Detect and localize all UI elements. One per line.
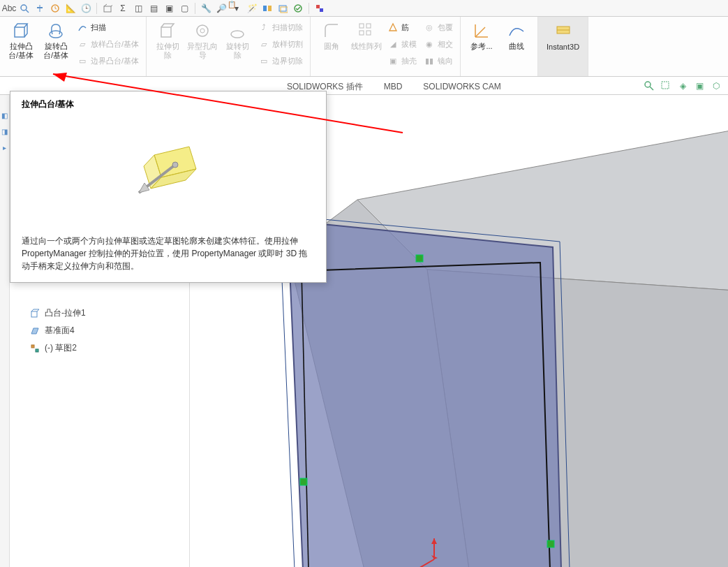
sweep-cut-button[interactable]: ⤴ 扫描切除 <box>255 20 306 35</box>
boundary-boss-button[interactable]: ▭ 边界凸台/基体 <box>74 53 142 68</box>
shell-button[interactable]: ▣ 抽壳 <box>385 53 419 68</box>
tooltip-body: 通过向一个或两个方向拉伸草图或选定草图轮廓来创建实体特征。使用拉伸 Proper… <box>10 232 326 282</box>
sweep-label: 扫描 <box>91 22 106 33</box>
qat-icon[interactable]: ▢ <box>178 2 191 15</box>
qat-icon[interactable] <box>261 2 274 15</box>
revolve-cut-label: 旋转切 除 <box>226 42 249 60</box>
mirror-label: 镜向 <box>438 56 453 66</box>
ribbon-group-features: 圆角 线性阵列 筋 ◢ 拔模 ▣ 抽壳 ◎ 包覆 <box>311 17 461 76</box>
boundary-cut-button[interactable]: ▭ 边界切除 <box>255 53 306 68</box>
extrude-boss-icon <box>11 21 31 40</box>
tree-item-label: 凸台-拉伸1 <box>45 307 86 319</box>
linear-pattern-button[interactable]: 线性阵列 <box>350 18 383 74</box>
qat-icon[interactable]: ▤ <box>147 2 160 15</box>
svg-point-0 <box>21 5 27 10</box>
qat-icon[interactable] <box>276 2 289 15</box>
hole-wizard-label: 异型孔向导 <box>186 42 219 60</box>
qat-icon[interactable]: 🔧 <box>200 2 212 15</box>
loft-cut-button[interactable]: ▱ 放样切割 <box>255 36 306 52</box>
ribbon-group-cut: 拉伸切 除 异型孔向导 旋转切 除 ⤴ 扫描切除 ▱ 放样切割 ▭ 边界切除 <box>147 17 311 76</box>
shell-icon: ▣ <box>387 55 399 66</box>
svg-rect-22 <box>359 31 364 35</box>
loft-boss-button[interactable]: ▱ 放样凸台/基体 <box>74 36 142 52</box>
tab-solidworks-cam[interactable]: SOLIDWORKS CAM <box>413 78 511 94</box>
tree-item-sketch[interactable]: (-) 草图2 <box>10 339 189 357</box>
qat-icon[interactable]: ▾📋 <box>230 2 243 15</box>
reference-button[interactable]: 参考... <box>465 18 498 74</box>
rib-button[interactable]: 筋 <box>385 20 419 35</box>
hole-wizard-button[interactable]: 异型孔向导 <box>186 18 219 74</box>
extrude-cut-button[interactable]: 拉伸切 除 <box>151 18 184 74</box>
qat-icon[interactable]: ◫ <box>132 2 144 15</box>
intersect-button[interactable]: ◉ 相交 <box>421 36 456 52</box>
qat-icon[interactable] <box>313 2 326 15</box>
svg-line-1 <box>26 10 29 13</box>
svg-rect-21 <box>359 24 364 28</box>
qat-icon[interactable]: 🪄 <box>246 2 258 15</box>
loft-boss-label: 放样凸台/基体 <box>91 39 139 50</box>
svg-rect-32 <box>662 82 669 89</box>
svg-rect-41 <box>416 255 423 262</box>
wrap-label: 包覆 <box>438 22 453 33</box>
svg-rect-34 <box>31 345 34 348</box>
zoom-area-icon[interactable] <box>660 80 672 92</box>
flyout-icon[interactable]: ◨ <box>1 128 8 135</box>
qat-icon[interactable] <box>101 2 114 15</box>
qat-icon[interactable]: 🕒 <box>80 2 92 15</box>
ribbon-group-boss: 拉伸凸 台/基体 旋转凸 台/基体 扫描 ▱ 放样凸台/基体 ▭ 边界凸台/基体 <box>0 17 147 76</box>
draft-button[interactable]: ◢ 拔模 <box>385 36 419 52</box>
curves-button[interactable]: 曲线 <box>500 18 533 74</box>
flyout-icon[interactable]: ▸ <box>3 144 6 152</box>
svg-rect-9 <box>268 6 272 11</box>
qat-icon[interactable]: 🔎 <box>215 2 228 15</box>
display-style-icon[interactable]: ▣ <box>693 80 706 92</box>
mirror-button[interactable]: ▮▮ 镜向 <box>421 53 456 68</box>
separator <box>195 3 195 14</box>
svg-point-53 <box>172 162 178 168</box>
svg-rect-35 <box>36 349 38 352</box>
zoom-icon[interactable] <box>643 80 655 92</box>
sweep-cut-label: 扫描切除 <box>272 22 303 33</box>
extrude-boss-button[interactable]: 拉伸凸 台/基体 <box>4 18 38 74</box>
revolve-cut-button[interactable]: 旋转切 除 <box>221 18 254 74</box>
revolve-boss-button[interactable]: 旋转凸 台/基体 <box>39 18 73 74</box>
view-settings-icon[interactable]: ⬡ <box>710 80 722 92</box>
instant3d-button[interactable]: Instant3D <box>547 19 580 75</box>
mirror-icon: ▮▮ <box>424 55 435 66</box>
svg-marker-39 <box>288 221 561 567</box>
view-orientation-icon[interactable]: ◈ <box>676 80 689 92</box>
linear-pattern-icon <box>357 21 376 40</box>
tab-mbd[interactable]: MBD <box>373 78 413 94</box>
boundary-cut-label: 边界切除 <box>272 56 303 66</box>
ribbon-mini-col: 筋 ◢ 拔模 ▣ 抽壳 <box>385 18 419 68</box>
tree-item-extrude[interactable]: 凸台-拉伸1 <box>10 304 189 322</box>
shell-label: 抽壳 <box>401 56 417 66</box>
qat-icon[interactable] <box>34 2 46 15</box>
revolve-cut-icon <box>228 21 247 40</box>
extrude-cut-icon <box>158 21 177 40</box>
svg-rect-17 <box>161 27 171 37</box>
qat-icon[interactable] <box>49 2 61 15</box>
qat-icon[interactable] <box>18 2 31 15</box>
sweep-icon <box>77 22 88 33</box>
fillet-button[interactable]: 圆角 <box>315 18 348 74</box>
boundary-boss-label: 边界凸台/基体 <box>91 56 139 66</box>
svg-rect-42 <box>300 478 307 485</box>
flyout-icon[interactable]: ◧ <box>1 112 8 119</box>
quick-access-toolbar: Abc 📐 🕒 Σ ◫ ▤ ▣ ▢ 🔧 🔎 ▾📋 🪄 <box>0 0 728 17</box>
qat-icon[interactable]: 📐 <box>64 2 77 15</box>
instant3d-icon <box>554 22 573 41</box>
curves-icon <box>507 21 526 40</box>
ribbon-mini-col: 扫描 ▱ 放样凸台/基体 ▭ 边界凸台/基体 <box>74 18 142 68</box>
qat-icon[interactable]: Abc <box>3 2 15 15</box>
tree-item-plane[interactable]: 基准面4 <box>10 322 189 339</box>
instant3d-label: Instant3D <box>547 43 579 52</box>
qat-icon[interactable] <box>292 2 304 15</box>
extrude-cut-label: 拉伸切 除 <box>156 42 179 60</box>
sweep-button[interactable]: 扫描 <box>74 20 142 35</box>
wrap-button[interactable]: ◎ 包覆 <box>421 20 456 35</box>
qat-icon[interactable]: ▣ <box>163 2 175 15</box>
svg-point-19 <box>200 29 205 33</box>
qat-icon[interactable]: Σ <box>117 2 129 15</box>
tree-item-label: (-) 草图2 <box>45 342 77 354</box>
